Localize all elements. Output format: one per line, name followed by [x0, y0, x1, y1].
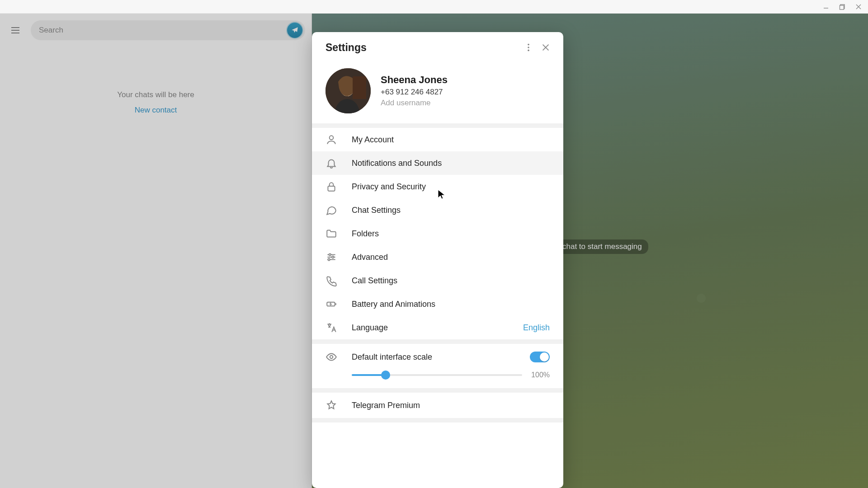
menu-label: Chat Settings: [352, 206, 550, 215]
slider-fill: [352, 374, 386, 376]
svg-point-23: [328, 258, 330, 260]
premium-label: Telegram Premium: [352, 401, 420, 410]
svg-point-19: [329, 253, 331, 255]
interface-scale-section: Default interface scale 100%: [312, 344, 563, 388]
menu-label: Advanced: [352, 253, 550, 262]
menu-label: Call Settings: [352, 276, 550, 286]
close-icon[interactable]: [537, 39, 554, 56]
menu-telegram-premium[interactable]: Telegram Premium: [312, 393, 563, 418]
add-username-link[interactable]: Add username: [381, 99, 448, 108]
scale-toggle[interactable]: [530, 352, 550, 362]
menu-notifications-sounds[interactable]: Notifications and Sounds: [312, 151, 563, 175]
phone-icon: [326, 275, 337, 286]
slider-thumb[interactable]: [381, 371, 390, 380]
menu-battery-animations[interactable]: Battery and Animations: [312, 292, 563, 316]
avatar[interactable]: [326, 68, 371, 113]
svg-rect-2: [840, 5, 844, 9]
section-divider: [312, 339, 563, 344]
menu-chat-settings[interactable]: Chat Settings: [312, 198, 563, 222]
svg-point-9: [528, 47, 529, 48]
menu-label: My Account: [352, 135, 550, 145]
sliders-icon: [326, 251, 337, 263]
folder-icon: [326, 228, 337, 239]
language-icon: [326, 322, 337, 333]
svg-point-26: [330, 356, 333, 359]
eye-icon: [326, 351, 337, 363]
profile-phone: +63 912 246 4827: [381, 88, 448, 97]
settings-modal: Settings Sheena Jones +63 912 246 4827: [312, 32, 563, 488]
menu-language[interactable]: Language English: [312, 316, 563, 339]
profile-text: Sheena Jones +63 912 246 4827 Add userna…: [381, 74, 448, 108]
battery-icon: [326, 298, 337, 310]
menu-call-settings[interactable]: Call Settings: [312, 269, 563, 292]
menu-label: Folders: [352, 229, 550, 239]
maximize-icon[interactable]: [839, 4, 845, 10]
more-options-icon[interactable]: [520, 39, 537, 56]
scale-slider[interactable]: [352, 374, 522, 376]
svg-point-16: [330, 136, 334, 140]
svg-point-21: [332, 256, 334, 258]
settings-menu: My Account Notifications and Sounds Priv…: [312, 128, 563, 339]
menu-label: Notifications and Sounds: [352, 159, 550, 168]
menu-label: Battery and Animations: [352, 300, 550, 309]
menu-label: Language: [352, 323, 509, 333]
menu-my-account[interactable]: My Account: [312, 128, 563, 151]
close-window-icon[interactable]: [855, 4, 862, 10]
settings-header: Settings: [312, 32, 563, 63]
section-divider: [312, 123, 563, 128]
menu-advanced[interactable]: Advanced: [312, 245, 563, 269]
settings-scroll[interactable]: Sheena Jones +63 912 246 4827 Add userna…: [312, 63, 563, 488]
svg-point-10: [528, 50, 529, 52]
menu-folders[interactable]: Folders: [312, 222, 563, 245]
profile-name: Sheena Jones: [381, 74, 448, 86]
profile-section[interactable]: Sheena Jones +63 912 246 4827 Add userna…: [312, 63, 563, 123]
lock-icon: [326, 181, 337, 192]
scale-label: Default interface scale: [352, 352, 515, 362]
svg-rect-15: [353, 76, 366, 99]
window-titlebar: [0, 0, 868, 14]
star-icon: [326, 399, 337, 411]
menu-privacy-security[interactable]: Privacy and Security: [312, 175, 563, 198]
scale-value: 100%: [531, 371, 550, 379]
toggle-knob: [540, 352, 549, 361]
svg-rect-17: [328, 186, 335, 191]
section-divider: [312, 388, 563, 393]
settings-title: Settings: [326, 42, 520, 54]
bell-icon: [326, 157, 337, 169]
chat-icon: [326, 204, 337, 216]
language-value: English: [523, 323, 550, 333]
minimize-icon[interactable]: [823, 4, 829, 10]
svg-point-8: [528, 44, 529, 46]
user-icon: [326, 134, 337, 145]
section-divider: [312, 418, 563, 422]
menu-label: Privacy and Security: [352, 182, 550, 192]
